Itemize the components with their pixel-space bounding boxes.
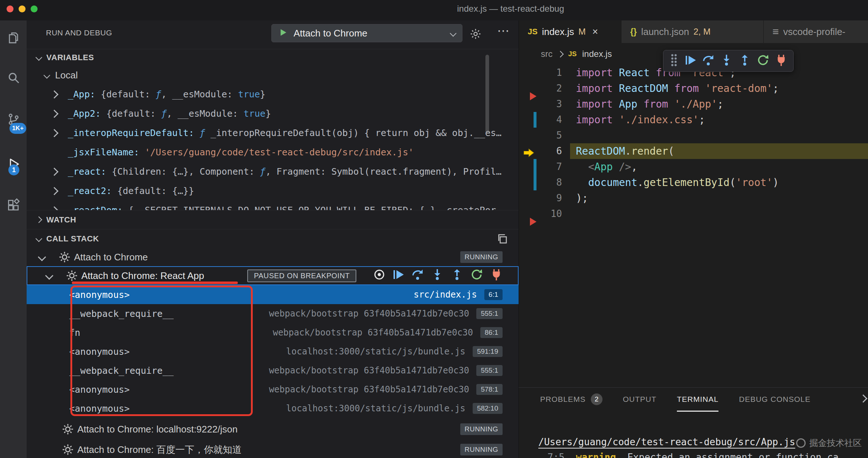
code-line: 2import ReactDOM from 'react-dom'; [519,81,868,96]
expand-chevron[interactable] [51,108,68,119]
editor-group: JSindex.jsM×{}launch.json2, M≡vscode-pro… [519,20,868,387]
panel-tab-output[interactable]: OUTPUT [623,388,656,412]
line-column-badge: 86:1 [480,327,503,338]
variable-value-token: ƒ [199,128,205,138]
code-token: import [576,82,619,94]
sidebar-toolbar: RUN AND DEBUG Attach to Chrome ⋯ [27,20,519,49]
code-token [613,161,619,173]
chevron-down-icon [43,72,50,78]
code-line: 6ReactDOM.render( [519,143,868,159]
step-into-icon[interactable] [431,268,443,283]
continue-icon[interactable] [685,54,696,67]
line-column-badge: 555:1 [476,308,503,319]
git-modified-indicator [534,175,536,190]
code-token: ; [717,98,724,110]
variable-row[interactable]: _App2: {default: ƒ, __esModule: true} [27,104,519,123]
debug-session-row[interactable]: Attach to Chrome: 百度一下，你就知道RUNNING [27,440,519,458]
chevron-right-icon [50,90,59,99]
editor-tab-launch-json[interactable]: {}launch.json2, M [621,20,764,43]
panel-tab-label: TERMINAL [677,395,718,404]
restart-icon[interactable] [757,54,769,68]
chevron-down-icon [35,235,42,242]
step-out-icon[interactable] [739,54,751,68]
step-out-icon[interactable] [451,268,463,283]
expand-chevron[interactable] [51,89,68,100]
code-token: 'root' [736,176,772,189]
variable-row[interactable]: _react: {Children: {…}, Component: ƒ, Fr… [27,162,519,181]
call-stack-section-label: CALL STACK [46,234,99,244]
code-token: ) [772,176,779,189]
variable-row[interactable]: _interopRequireDefault: ƒ _interopRequir… [27,123,519,143]
close-icon[interactable]: × [592,26,598,38]
disconnect-icon[interactable] [775,54,787,68]
gutter-glyph-margin [519,112,536,128]
watch-section-header[interactable]: WATCH [27,210,519,229]
more-actions-icon[interactable]: ⋯ [497,23,509,38]
variable-value-token: } [260,89,266,100]
step-over-icon[interactable] [702,54,714,68]
expand-chevron[interactable] [51,128,68,138]
code-token: ( [729,176,736,189]
variable-value: ƒ _interopRequireDefault(obj) { return o… [199,128,501,138]
chevron-right-icon[interactable] [859,395,868,403]
watch-section-label: WATCH [46,215,76,225]
debug-config-select[interactable]: Attach to Chrome [271,24,462,42]
variable-value: {default: {…}} [117,186,194,196]
zoom-window-button[interactable] [31,5,38,12]
variable-row[interactable]: _App: {default: ƒ, __esModule: true} [27,85,519,104]
chevron-down-icon [450,30,456,36]
breadcrumb-folder[interactable]: src [541,49,553,59]
scrollbar[interactable] [485,55,489,133]
variables-section-header[interactable]: VARIABLES [27,49,519,66]
restart-icon[interactable] [470,268,483,283]
panel-tab-bar: PROBLEMS2OUTPUTTERMINALDEBUG CONSOLE [519,388,810,412]
record-icon[interactable] [373,269,385,283]
terminal-file-link[interactable]: /Users/guang/code/test-react-debug/src/A… [538,436,795,447]
search-icon[interactable] [0,71,27,85]
debug-session-row[interactable]: Attach to Chrome: localhost:9222/jsonRUN… [27,420,519,438]
variable-value: {Children: {…}, Component: ƒ, Fragment: … [112,166,501,177]
step-over-icon[interactable] [411,268,424,283]
profile-file-icon: ≡ [772,26,779,38]
start-debugging-icon[interactable] [278,28,288,39]
scope-local-row[interactable]: Local [27,66,519,85]
continue-icon[interactable] [392,269,404,283]
debug-session-icon [59,252,70,263]
explorer-icon[interactable] [0,31,27,44]
tab-label: index.js [542,26,574,38]
stack-frame-source: webpack/bootstrap 63f40b5a1471db7e0c30 [269,308,469,319]
json-file-icon: {} [630,27,637,37]
gutter-glyph-margin [519,190,536,206]
code-token: render [631,145,668,157]
code-token [576,176,588,189]
expand-chevron[interactable] [51,166,68,177]
disconnect-icon[interactable] [490,268,503,283]
open-editors-icon[interactable] [497,233,508,247]
close-window-button[interactable] [7,5,13,12]
minimize-window-button[interactable] [19,5,26,12]
extensions-icon[interactable] [0,198,27,212]
variable-row[interactable]: _react2: {default: {…}} [27,181,519,201]
gear-icon[interactable] [469,28,482,42]
expand-chevron[interactable] [51,186,68,196]
step-into-icon[interactable] [720,54,733,68]
panel-tab-problems[interactable]: PROBLEMS2 [540,388,602,412]
code-text: import './index.css'; [562,112,705,128]
breadcrumb-file[interactable]: index.js [582,49,612,59]
variable-value-token: ƒ [156,89,161,100]
debug-session-row[interactable]: Attach to ChromeRUNNING [27,248,519,266]
code-line: 7 <App />, [519,159,868,175]
variable-value-token: ƒ [161,108,167,119]
variable-row[interactable]: _reactDom: {__SECRET_INTERNALS_DO_NOT_US… [27,201,519,210]
variable-value-token: , __esModule: [161,89,238,100]
panel-tab-terminal[interactable]: TERMINAL [677,388,718,412]
expand-chevron[interactable] [51,205,68,210]
code-text [562,128,576,143]
editor-tab-index-js[interactable]: JSindex.jsM× [519,20,621,43]
code-token: import [576,98,619,110]
panel-tab-label: DEBUG CONSOLE [739,395,810,404]
editor-tab-vscode-profile-[interactable]: ≡vscode-profile- [764,20,868,43]
call-stack-section-header[interactable]: CALL STACK [27,229,519,248]
variable-row[interactable]: _jsxFileName: '/Users/guang/code/test-re… [27,143,519,162]
panel-tab-debug-console[interactable]: DEBUG CONSOLE [739,388,810,412]
